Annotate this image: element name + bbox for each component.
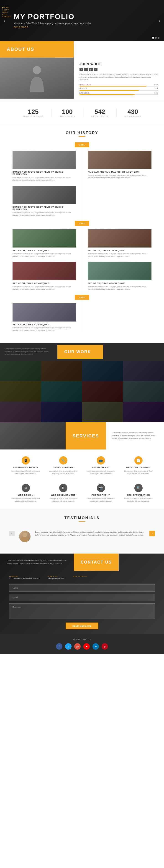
contact-message-input[interactable] xyxy=(9,603,155,619)
work-cell-2[interactable] xyxy=(41,361,82,381)
timeline-col-left-3: SED ARCU, CRAS CONSEQUAT. Praesent variu… xyxy=(9,229,80,257)
contact-get-in-touch-label: GET IN TOUCH xyxy=(73,576,87,577)
history-card-title-4: SED ARCU, CRAS CONSEQUAT. xyxy=(12,249,76,252)
hero-read-more-link[interactable]: READ MORE xyxy=(14,26,28,28)
work-heading: OUR WORK xyxy=(64,349,96,354)
contact-address-label: ADDRESS xyxy=(9,576,39,577)
work-img-4 xyxy=(123,361,164,381)
hero-dot-1[interactable] xyxy=(152,37,154,39)
service-webdesign-desc: Lorem ipsum dolor sit amet, consectetur … xyxy=(9,498,42,502)
work-img-9 xyxy=(0,402,41,422)
timeline: 2011 DONEC NEC JUSTO EGET FELIS FACILISI… xyxy=(9,142,155,332)
profile-pinterest-icon[interactable]: p xyxy=(94,68,97,71)
history-card-3: DONEC NEC JUSTO EGET FELIS FACILISIS FER… xyxy=(12,186,76,216)
skill-developer-bar-bg xyxy=(79,86,158,87)
social-facebook-icon[interactable]: f xyxy=(56,643,62,650)
hero-next-button[interactable]: › xyxy=(159,18,161,23)
work-img-11 xyxy=(82,402,123,422)
work-cell-3[interactable] xyxy=(82,361,123,381)
stat-projects-label: FINISHED PROJECTS xyxy=(23,116,43,117)
work-cell-11[interactable] xyxy=(82,402,123,422)
history-card-title-3: DONEC NEC JUSTO EGET FELIS FACILISIS FER… xyxy=(12,206,76,210)
contact-name-input[interactable] xyxy=(9,584,155,592)
contact-form: SEND MESSAGE xyxy=(0,584,164,634)
hero-dots xyxy=(152,37,159,39)
history-card-text-3: Praesent varius interdum dui. Duis porta… xyxy=(12,212,76,216)
timeline-btn-2015[interactable]: 2015 xyxy=(75,295,89,300)
social-icons-row: f t g+ ▶ in p xyxy=(5,643,159,650)
svg-point-0 xyxy=(33,66,41,74)
profile-twitter-icon[interactable]: t xyxy=(84,68,88,71)
work-img-6 xyxy=(41,381,82,402)
service-responsive-title: RESPONSIVE DESIGN xyxy=(9,466,42,469)
profile-social-links: f t g p xyxy=(79,68,158,71)
work-img-1 xyxy=(0,361,41,381)
hero-dot-2[interactable] xyxy=(155,37,157,39)
history-card-text-7: Praesent varius interdum dui. Duis porta… xyxy=(88,285,152,290)
history-card-text-6: Praesent varius interdum dui. Duis porta… xyxy=(12,285,76,290)
timeline-btn-2011[interactable]: 2011 xyxy=(75,142,89,147)
sidebar-item-about[interactable]: ABOUT xyxy=(2,9,11,11)
hero-section: HOME ABOUT WORK BLOG CONTACT MY PORTFOLI… xyxy=(0,0,164,41)
hero-dot-3[interactable] xyxy=(158,37,159,39)
services-description-area: Lorem dolor sit amet, consectetur adipis… xyxy=(106,422,164,450)
service-retina: 📺 RETINA READY Lorem ipsum dolor sit ame… xyxy=(84,456,117,475)
skill-branding: BRANDING 70% xyxy=(79,92,158,95)
contact-get-in-touch: GET IN TOUCH xyxy=(73,576,87,580)
social-pinterest-icon[interactable]: p xyxy=(102,643,108,650)
sidebar-item-work[interactable]: WORK xyxy=(2,11,11,13)
work-cell-4[interactable] xyxy=(123,361,164,381)
person-silhouette xyxy=(28,64,46,92)
work-section: Lorem dolor sit amet, consectetur adipis… xyxy=(0,343,164,422)
skills-container: DEVELOPER 85% DESIGN 75% xyxy=(79,84,158,95)
work-cell-5[interactable] xyxy=(0,381,41,402)
sidebar-item-blog[interactable]: BLOG xyxy=(2,14,11,15)
profile-description: Lorem dolor sit amet, consectetur adipis… xyxy=(79,73,158,81)
contact-email-value: info@example.com xyxy=(48,578,64,580)
service-photo-title: PHOTOGRAPHY xyxy=(84,494,117,496)
social-googleplus-icon[interactable]: g+ xyxy=(74,643,80,650)
timeline-col-left-1: DONEC NEC JUSTO EGET FELIS FACILISIS FER… xyxy=(9,151,80,181)
skill-developer-bar-fill xyxy=(79,86,146,87)
stat-coffee-number: 542 xyxy=(91,108,108,116)
service-responsive: 📱 RESPONSIVE DESIGN Lorem ipsum dolor si… xyxy=(9,456,42,475)
timeline-row-1: DONEC NEC JUSTO EGET FELIS FACILISIS FER… xyxy=(9,151,155,181)
about-heading: ABOUT US xyxy=(7,47,67,52)
contact-left-area: Lorem dolor sit amet, consectetur adipis… xyxy=(0,554,74,571)
sidebar-item-home[interactable]: HOME xyxy=(2,7,11,8)
testimonial-next-button[interactable]: › xyxy=(150,531,155,536)
testimonials-divider xyxy=(78,521,86,522)
profile-googleplus-icon[interactable]: g xyxy=(89,68,93,71)
skill-design-label: DESIGN 75% xyxy=(79,88,158,90)
work-cell-12[interactable] xyxy=(123,402,164,422)
contact-email: EMAIL US info@example.com xyxy=(48,576,64,580)
social-linkedin-icon[interactable]: in xyxy=(93,643,99,650)
history-card-text-5: Praesent varius interdum dui. Duis porta… xyxy=(88,253,152,257)
timeline-col-right-5 xyxy=(84,303,155,332)
profile-facebook-icon[interactable]: f xyxy=(79,68,83,71)
testimonial-prev-button[interactable]: ‹ xyxy=(9,531,14,536)
social-footer-label: SOCIAL MEDIA xyxy=(5,639,159,641)
work-cell-10[interactable] xyxy=(41,402,82,422)
work-right-space xyxy=(103,347,164,356)
service-responsive-desc: Lorem ipsum dolor sit amet, consectetur … xyxy=(9,470,42,475)
skill-design-bar-bg xyxy=(79,90,158,91)
work-cell-1[interactable] xyxy=(0,361,41,381)
sidebar-item-contact[interactable]: CONTACT xyxy=(2,16,11,18)
hero-prev-button[interactable]: ‹ xyxy=(3,18,5,23)
about-image xyxy=(0,58,74,99)
timeline-btn-2013[interactable]: 2013 xyxy=(75,221,89,226)
work-cell-7[interactable] xyxy=(82,381,123,402)
work-cell-8[interactable] xyxy=(123,381,164,402)
skill-branding-bar-bg xyxy=(79,94,158,95)
work-cell-9[interactable] xyxy=(0,402,41,422)
social-twitter-icon[interactable]: t xyxy=(65,643,71,650)
history-card-img-1 xyxy=(12,151,76,169)
contact-submit-button[interactable]: SEND MESSAGE xyxy=(66,623,99,629)
service-documented-title: WELL DOCUMENTED xyxy=(122,466,155,469)
contact-email-input[interactable] xyxy=(9,594,155,601)
skill-design-bar-fill xyxy=(79,90,139,91)
work-cell-6[interactable] xyxy=(41,381,82,402)
service-seo: 🔍 SEO OPTIMIZATION Lorem ipsum dolor sit… xyxy=(122,484,155,502)
social-youtube-icon[interactable]: ▶ xyxy=(84,643,90,650)
